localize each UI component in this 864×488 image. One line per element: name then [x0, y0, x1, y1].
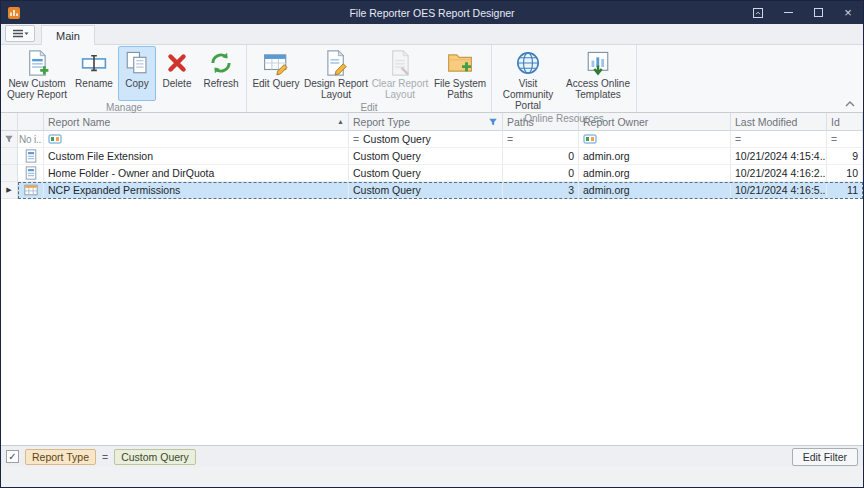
- column-header-last-modified[interactable]: Last Modified: [731, 113, 827, 131]
- cell-last-modified: 10/21/2024 4:16:5...: [731, 182, 827, 199]
- check-icon: ✓: [8, 452, 16, 462]
- window-controls: ×: [743, 1, 863, 24]
- filter-cell-text: No i...: [19, 134, 42, 145]
- reports-grid: Report Name ▲ Report Type Paths Report O…: [1, 113, 863, 445]
- filter-operator-glyph[interactable]: =: [735, 133, 745, 145]
- access-online-templates-button[interactable]: Access Online Templates: [562, 46, 634, 112]
- ribbon-group-caption: Manage: [2, 101, 246, 115]
- filter-operator-glyph[interactable]: =: [831, 133, 841, 145]
- application-menu-button[interactable]: [5, 25, 35, 42]
- chevron-up-icon: [845, 101, 855, 107]
- filter-panel: ✓ Report Type = Custom Query Edit Filter: [1, 445, 863, 467]
- table-row[interactable]: Custom File Extension Custom Query 0 adm…: [1, 148, 863, 165]
- download-templates-icon: [585, 50, 611, 76]
- design-report-layout-button[interactable]: Design Report Layout: [303, 46, 369, 101]
- grid-empty-area: [1, 199, 863, 445]
- refresh-button[interactable]: Refresh: [198, 46, 244, 101]
- filter-panel-operator: =: [102, 451, 108, 463]
- ribbon-button-label: Visit Community Portal: [495, 78, 561, 111]
- edit-query-icon: [263, 50, 289, 76]
- column-header-report-name[interactable]: Report Name ▲: [44, 113, 349, 131]
- edit-query-button[interactable]: Edit Query: [249, 46, 303, 101]
- filter-cell-paths[interactable]: =: [503, 131, 579, 148]
- current-row-arrow-icon: ▶: [6, 186, 11, 194]
- filter-cell-id[interactable]: =: [827, 131, 863, 148]
- ribbon-group-caption: Online Resources: [492, 112, 636, 126]
- ribbon-collapse-button[interactable]: [843, 98, 857, 109]
- column-header-report-type[interactable]: Report Type: [349, 113, 503, 131]
- title-bar: File Reporter OES Report Designer ×: [1, 1, 863, 24]
- report-type-cell-icon: [18, 165, 44, 182]
- minimize-button[interactable]: [773, 1, 803, 24]
- edit-filter-button[interactable]: Edit Filter: [792, 448, 858, 466]
- filter-cell-last-modified[interactable]: =: [731, 131, 827, 148]
- cell-paths: 0: [503, 165, 579, 182]
- design-report-layout-icon: [323, 50, 349, 76]
- table-row[interactable]: Home Folder - Owner and DirQuota Custom …: [1, 165, 863, 182]
- cell-last-modified: 10/21/2024 4:15:4...: [731, 148, 827, 165]
- window-title: File Reporter OES Report Designer: [1, 7, 863, 19]
- new-custom-query-report-button[interactable]: New Custom Query Report: [4, 46, 70, 101]
- filter-cell-report-owner[interactable]: [579, 131, 731, 148]
- rename-button[interactable]: Rename: [70, 46, 118, 101]
- visit-community-portal-button[interactable]: Visit Community Portal: [494, 46, 562, 112]
- maximize-icon: [814, 8, 823, 17]
- permissions-grid-icon: [24, 183, 38, 197]
- delete-icon: [164, 50, 190, 76]
- minimize-icon: [784, 12, 793, 13]
- row-indicator: [1, 148, 18, 165]
- delete-button[interactable]: Delete: [156, 46, 198, 101]
- grid-header-indicator: [1, 113, 18, 131]
- cell-report-name: Custom File Extension: [44, 148, 349, 165]
- filter-operator-glyph[interactable]: =: [353, 133, 363, 145]
- copy-button[interactable]: Copy: [118, 46, 156, 101]
- ribbon-button-label: File System Paths: [432, 78, 488, 100]
- maximize-button[interactable]: [803, 1, 833, 24]
- ribbon-options-icon: [752, 7, 764, 19]
- sort-asc-icon[interactable]: ▲: [337, 118, 344, 125]
- table-row-selected[interactable]: ▶ NCP Expanded Permissions Custom Query …: [1, 182, 863, 199]
- filter-cell-report-name[interactable]: [44, 131, 349, 148]
- custom-query-report-icon: [24, 166, 38, 180]
- cell-id: 10: [827, 165, 863, 182]
- app-logo-icon: [7, 6, 21, 20]
- filter-editor-icon: [48, 133, 62, 145]
- column-header-icon[interactable]: [18, 113, 44, 131]
- filter-cell-report-type[interactable]: = Custom Query: [349, 131, 503, 148]
- filter-editor-icon: [583, 133, 597, 145]
- cell-report-owner: admin.org: [579, 182, 731, 199]
- filter-row-indicator: [1, 131, 18, 148]
- cell-report-owner: admin.org: [579, 148, 731, 165]
- ribbon-options-button[interactable]: [743, 1, 773, 24]
- ribbon-button-label: Access Online Templates: [563, 78, 633, 100]
- filter-cell-icon-column[interactable]: No i...: [18, 131, 44, 148]
- ribbon-button-label: Clear Report Layout: [370, 78, 430, 100]
- ribbon-button-label: Copy: [125, 78, 148, 89]
- tab-main[interactable]: Main: [41, 25, 95, 45]
- filter-field-chip[interactable]: Report Type: [25, 449, 96, 465]
- app-menu-icon: [12, 29, 29, 39]
- ribbon-group-online-resources: Visit Community Portal Access Online Tem…: [492, 45, 637, 112]
- column-header-id[interactable]: Id: [827, 113, 863, 131]
- close-button[interactable]: ×: [833, 1, 863, 24]
- cell-report-type: Custom Query: [349, 182, 503, 199]
- cell-report-type: Custom Query: [349, 148, 503, 165]
- ribbon-button-label: Rename: [75, 78, 113, 89]
- ribbon: New Custom Query Report Rename Copy: [1, 45, 863, 113]
- ribbon-button-label: Refresh: [203, 78, 238, 89]
- cell-last-modified: 10/21/2024 4:16:2...: [731, 165, 827, 182]
- filter-row-funnel-icon: [4, 134, 14, 144]
- filter-operator-glyph[interactable]: =: [507, 133, 517, 145]
- grid-header-row: Report Name ▲ Report Type Paths Report O…: [1, 113, 863, 131]
- column-header-label: Report Name: [48, 116, 110, 128]
- cell-paths: 0: [503, 148, 579, 165]
- filter-enabled-checkbox[interactable]: ✓: [6, 450, 19, 463]
- file-system-paths-button[interactable]: File System Paths: [431, 46, 489, 101]
- row-indicator-current: ▶: [1, 182, 18, 199]
- cell-paths: 3: [503, 182, 579, 199]
- column-header-label: Last Modified: [735, 116, 797, 128]
- column-header-label: Report Type: [353, 116, 410, 128]
- cell-id: 11: [827, 182, 863, 199]
- filter-value-chip[interactable]: Custom Query: [114, 449, 196, 465]
- close-icon: ×: [844, 5, 852, 20]
